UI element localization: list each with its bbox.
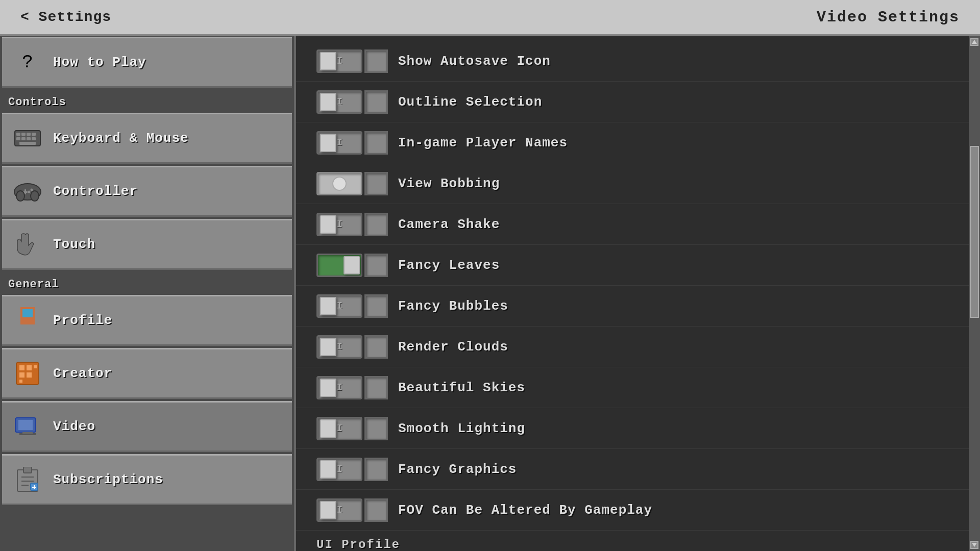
svg-rect-2 <box>21 133 26 136</box>
touch-label: Touch <box>53 237 95 252</box>
main-layout: ? How to Play Controls Ke <box>0 36 980 551</box>
svg-rect-1 <box>16 133 20 136</box>
scrollbar-down-button[interactable] <box>970 541 978 549</box>
sidebar-item-controller[interactable]: Controller <box>2 166 292 217</box>
svg-rect-33 <box>22 432 33 434</box>
svg-point-16 <box>28 191 31 193</box>
fancy-leaves-toggle[interactable] <box>316 254 362 277</box>
sidebar-item-creator[interactable]: Creator <box>2 348 292 399</box>
beautiful-skies-toggle-container: I <box>316 376 388 399</box>
svg-rect-29 <box>19 380 22 383</box>
sidebar-item-how-to-play[interactable]: ? How to Play <box>2 37 292 88</box>
fov-toggle-container: I <box>316 498 388 522</box>
svg-rect-25 <box>27 365 32 370</box>
sidebar-item-touch[interactable]: Touch <box>2 219 292 270</box>
fancy-graphics-toggle-container: I <box>316 458 388 481</box>
svg-rect-5 <box>16 137 20 140</box>
svg-rect-22 <box>16 325 39 334</box>
svg-rect-26 <box>19 372 24 378</box>
back-button[interactable]: < Settings <box>20 9 111 25</box>
outline-toggle[interactable]: I <box>316 90 362 114</box>
svg-rect-9 <box>19 142 36 145</box>
smooth-lighting-toggle-container: I <box>316 417 388 440</box>
fancy-leaves-icon-box <box>364 254 388 277</box>
fov-icon-box <box>364 498 388 522</box>
player-names-label: In-game Player Names <box>398 135 568 151</box>
sidebar-item-keyboard[interactable]: Keyboard & Mouse <box>2 113 292 164</box>
video-label: Video <box>53 419 95 434</box>
svg-rect-24 <box>19 365 24 370</box>
svg-rect-3 <box>27 133 31 136</box>
profile-icon <box>12 305 43 336</box>
smooth-lighting-icon-box <box>364 417 388 440</box>
scrollbar-up-button[interactable] <box>970 38 978 46</box>
svg-rect-7 <box>27 137 31 140</box>
player-names-toggle-container: I <box>316 131 388 155</box>
render-clouds-toggle[interactable]: I <box>316 335 362 359</box>
setting-row-beautiful-skies[interactable]: I Beautiful Skies <box>296 367 980 408</box>
setting-row-outline[interactable]: I Outline Selection <box>296 82 980 122</box>
settings-list: I Show Autosave Icon I Outline Selection <box>296 36 980 551</box>
fancy-bubbles-label: Fancy Bubbles <box>398 298 508 314</box>
toggle-knob <box>320 297 336 315</box>
fov-toggle[interactable]: I <box>316 498 362 522</box>
toggle-i-marker: I <box>336 218 342 230</box>
svg-rect-31 <box>18 420 33 430</box>
player-names-toggle[interactable]: I <box>316 131 362 155</box>
toggle-i-marker: I <box>336 300 342 312</box>
setting-row-fov[interactable]: I FOV Can Be Altered By Gameplay <box>296 490 980 531</box>
setting-row-autosave[interactable]: I Show Autosave Icon <box>296 41 980 82</box>
fov-label: FOV Can Be Altered By Gameplay <box>398 503 652 518</box>
question-icon: ? <box>12 47 43 78</box>
setting-row-fancy-bubbles[interactable]: I Fancy Bubbles <box>296 286 980 327</box>
render-clouds-icon-box <box>364 335 388 359</box>
view-bobbing-toggle[interactable] <box>316 172 362 195</box>
fancy-leaves-toggle-container <box>316 254 388 277</box>
camera-shake-toggle[interactable]: I <box>316 213 362 236</box>
outline-toggle-container: I <box>316 90 388 114</box>
toggle-knob <box>320 215 336 234</box>
video-icon <box>12 411 43 442</box>
toggle-i-marker: I <box>336 504 342 516</box>
setting-row-fancy-leaves[interactable]: Fancy Leaves <box>296 245 980 286</box>
setting-row-smooth-lighting[interactable]: I Smooth Lighting <box>296 408 980 449</box>
setting-row-player-names[interactable]: I In-game Player Names <box>296 122 980 163</box>
beautiful-skies-toggle[interactable]: I <box>316 376 362 399</box>
svg-rect-4 <box>32 133 36 136</box>
scrollbar-track[interactable] <box>969 36 980 551</box>
sidebar-item-video[interactable]: Video <box>2 401 292 452</box>
fancy-bubbles-toggle[interactable]: I <box>316 294 362 318</box>
svg-rect-6 <box>21 137 26 140</box>
view-bobbing-label: View Bobbing <box>398 176 500 191</box>
setting-row-view-bobbing[interactable]: View Bobbing <box>296 163 980 204</box>
toggle-knob <box>320 93 336 111</box>
keyboard-icon <box>12 123 43 154</box>
smooth-lighting-toggle[interactable]: I <box>316 417 362 440</box>
setting-row-render-clouds[interactable]: I Render Clouds <box>296 327 980 367</box>
autosave-label: Show Autosave Icon <box>398 54 551 69</box>
scroll-up-arrow <box>972 40 977 44</box>
view-bobbing-icon-box <box>364 172 388 195</box>
fancy-graphics-toggle[interactable]: I <box>316 458 362 481</box>
toggle-i-marker: I <box>336 382 342 393</box>
page-title: Video Settings <box>817 9 960 26</box>
setting-row-camera-shake[interactable]: I Camera Shake <box>296 204 980 245</box>
toggle-i-marker: I <box>336 422 342 434</box>
toggle-knob <box>320 460 336 479</box>
toggle-knob <box>320 134 336 152</box>
svg-rect-20 <box>22 309 33 317</box>
svg-point-18 <box>31 191 39 201</box>
svg-rect-21 <box>21 318 34 323</box>
sidebar-item-subscriptions[interactable]: Subscriptions <box>2 454 292 505</box>
toggle-knob <box>320 52 336 70</box>
setting-row-fancy-graphics[interactable]: I Fancy Graphics <box>296 449 980 490</box>
autosave-toggle[interactable]: I <box>316 49 362 73</box>
svg-rect-35 <box>23 467 32 473</box>
render-clouds-label: Render Clouds <box>398 339 508 355</box>
view-bobbing-circle-knob <box>332 177 347 191</box>
sidebar-item-profile[interactable]: Profile <box>2 295 292 346</box>
scrollbar-thumb[interactable] <box>970 146 979 318</box>
controller-icon <box>12 176 43 207</box>
sidebar: ? How to Play Controls Ke <box>0 36 296 551</box>
scroll-down-arrow <box>972 543 977 547</box>
